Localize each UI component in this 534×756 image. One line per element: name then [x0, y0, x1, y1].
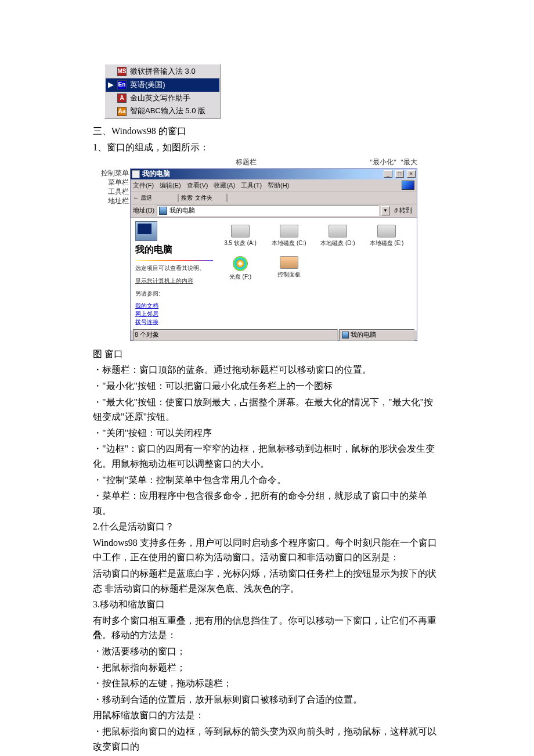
q3-resize-intro: 用鼠标缩放窗口的方法是：: [93, 708, 441, 723]
bullet: ・"边框"：窗口的四周有一窄窄的边框，把鼠标移动到边框时，鼠标的形状会发生变化。…: [93, 441, 441, 471]
ms-pinyin-icon: MS: [117, 67, 127, 76]
titlebar[interactable]: 我的电脑 _ □ ×: [131, 169, 417, 179]
bullet: ・标题栏：窗口顶部的蓝条。通过拖动标题栏可以移动窗口的位置。: [93, 362, 441, 377]
menu-view[interactable]: 查看(V): [187, 181, 208, 191]
drive-c[interactable]: 本地磁盘 (C:): [271, 225, 307, 248]
minimize-button[interactable]: _: [384, 170, 392, 178]
bullet: ・"最大化"按钮：使窗口放到最大，占据整个屏幕。在最大化的情况下，"最大化"按钮…: [93, 395, 441, 424]
link-dialup[interactable]: 拨号连接: [135, 318, 213, 326]
ime-label: 智能ABC输入法 5.0 版: [130, 105, 205, 117]
maximize-button[interactable]: □: [395, 170, 404, 178]
computer-small-icon: [342, 332, 349, 339]
drive-e[interactable]: 本地磁盘 (E:): [369, 225, 405, 248]
undo-button[interactable]: [265, 193, 274, 203]
label-titlebar: 标题栏: [130, 157, 362, 168]
heading-section-3: 三、Windows98 的窗口: [93, 124, 441, 139]
label-minimize: "最小化": [362, 157, 396, 168]
label-menubar: 菜单栏: [93, 178, 129, 187]
info-pane: 我的电脑 选定项目可以查看其说明。 显示您计算机上的内容 另请参阅: 我的文档 …: [131, 218, 218, 330]
info-sub: 显示您计算机上的内容: [135, 276, 213, 286]
q3-step: ・移动到合适的位置后，放开鼠标则窗口被移动到了合适的位置。: [93, 692, 441, 707]
q3-step: ・把鼠标指向标题栏；: [93, 660, 441, 675]
windows-logo-icon: [402, 181, 414, 190]
cut-button[interactable]: [230, 193, 239, 203]
ime-item[interactable]: A 金山英文写作助手: [106, 92, 219, 105]
label-maximize: "最大: [396, 157, 417, 168]
menu-help[interactable]: 帮助(H): [268, 181, 289, 191]
label-control-menu: 控制菜单: [93, 168, 129, 178]
color-separator: [135, 260, 213, 261]
q2-heading: 2.什么是活动窗口？: [93, 519, 441, 534]
ime-item[interactable]: MS 微软拼音输入法 3.0: [106, 65, 219, 78]
cd-icon: [233, 256, 248, 271]
window-diagram: 标题栏 "最小化" "最大 控制菜单 菜单栏 工具栏 地址栏 我的电脑 _ □ …: [93, 157, 441, 340]
q3-resize-step: ・把鼠标指向窗口的边框，等到鼠标的箭头变为双向前头时，拖动鼠标，这样就可以改变窗…: [93, 724, 441, 754]
q2-body: Windows98 支持多任务，用户可以同时启动多个程序窗口。每个时刻只能在一个…: [93, 535, 441, 565]
copy-button[interactable]: [241, 193, 251, 203]
search-button[interactable]: 搜索: [181, 193, 193, 203]
para-window-composition: 1、窗口的组成，如图所示：: [93, 140, 441, 155]
views-button[interactable]: [288, 193, 297, 203]
address-value: 我的电脑: [169, 206, 195, 216]
up-button[interactable]: [166, 193, 175, 203]
ime-label: 微软拼音输入法 3.0: [130, 66, 196, 78]
toolbar: ← 后退 搜索 文件夹: [131, 192, 417, 204]
address-dropdown-button[interactable]: ▼: [381, 206, 390, 215]
bullet: ・菜单栏：应用程序中包含很多命令，把所有的命令分组，就形成了窗口中的菜单项。: [93, 488, 441, 518]
floppy-icon: [231, 225, 250, 237]
menu-tools[interactable]: 工具(T): [241, 181, 262, 191]
address-label: 地址(D): [133, 206, 154, 216]
ime-selected-arrow-icon: ▶: [108, 79, 114, 91]
folders-button[interactable]: 文件夹: [195, 193, 212, 203]
link-my-documents[interactable]: 我的文档: [135, 302, 213, 310]
link-network[interactable]: 网上邻居: [135, 310, 213, 318]
q2-body: 活动窗口的标题栏是蓝底白字，光标闪烁，活动窗口任务栏上的按钮显示为按下的状态 非…: [93, 566, 441, 596]
ime-label: 英语(美国): [130, 79, 165, 91]
drive-d[interactable]: 本地磁盘 (D:): [320, 225, 356, 248]
hdd-icon: [377, 225, 396, 237]
back-button[interactable]: ← 后退: [133, 193, 152, 203]
forward-button[interactable]: [154, 193, 164, 203]
paste-button[interactable]: [253, 193, 262, 203]
control-panel-icon: [280, 256, 298, 269]
q3-step: ・激活要移动的窗口；: [93, 644, 441, 659]
q3-step: ・按住鼠标的左键，拖动标题栏；: [93, 676, 441, 691]
history-button[interactable]: [215, 193, 224, 203]
window-title: 我的电脑: [142, 168, 381, 179]
window-content: 我的电脑 选定项目可以查看其说明。 显示您计算机上的内容 另请参阅: 我的文档 …: [131, 218, 417, 330]
my-computer-large-icon: [135, 221, 157, 241]
drive-f-cd[interactable]: 光盘 (F:): [222, 256, 258, 282]
bullet: ・"控制"菜单：控制菜单中包含常用几个命令。: [93, 473, 441, 488]
computer-icon: [159, 207, 167, 215]
see-also-label: 另请参阅:: [135, 289, 213, 298]
system-menu-icon[interactable]: [132, 170, 140, 178]
abc-ime-icon: Aa: [117, 107, 127, 116]
menu-file[interactable]: 文件(F): [133, 181, 154, 191]
menu-favorites[interactable]: 收藏(A): [214, 181, 235, 191]
figure-caption: 图 窗口: [93, 347, 441, 362]
label-toolbar: 工具栏: [93, 187, 129, 196]
close-button[interactable]: ×: [407, 170, 416, 178]
ime-item[interactable]: Aa 智能ABC输入法 5.0 版: [106, 105, 219, 118]
english-us-icon: En: [117, 80, 127, 89]
info-hint: 选定项目可以查看其说明。: [135, 264, 213, 273]
control-panel[interactable]: 控制面板: [271, 256, 307, 282]
hdd-icon: [329, 225, 347, 237]
menu-edit[interactable]: 编辑(E): [160, 181, 181, 191]
toolbar-separator: [226, 194, 228, 202]
info-title: 我的电脑: [135, 242, 213, 257]
explorer-window: 我的电脑 _ □ × 文件(F) 编辑(E) 查看(V) 收藏(A) 工具(T)…: [130, 168, 417, 341]
ime-label: 金山英文写作助手: [130, 92, 190, 105]
q3-intro: 有时多个窗口相互重叠，把有用的信息挡住了。你可以移动一下窗口，让它们不再重叠。移…: [93, 613, 441, 643]
hdd-icon: [280, 225, 298, 237]
status-left: 8 个对象: [133, 329, 338, 341]
address-bar: 地址(D) 我的电脑 ▼ ∂ 转到: [131, 204, 417, 218]
bullet: ・"最小化"按钮：可以把窗口最小化成任务栏上的一个图标: [93, 379, 441, 394]
kingsoft-icon: A: [117, 93, 127, 103]
go-button[interactable]: ∂ 转到: [392, 206, 415, 216]
menubar: 文件(F) 编辑(E) 查看(V) 收藏(A) 工具(T) 帮助(H): [131, 179, 417, 193]
drive-a[interactable]: 3.5 软盘 (A:): [222, 225, 258, 248]
address-input[interactable]: 我的电脑: [157, 206, 378, 216]
ime-item-selected[interactable]: ▶ En 英语(美国): [106, 78, 219, 92]
delete-button[interactable]: [276, 193, 286, 203]
